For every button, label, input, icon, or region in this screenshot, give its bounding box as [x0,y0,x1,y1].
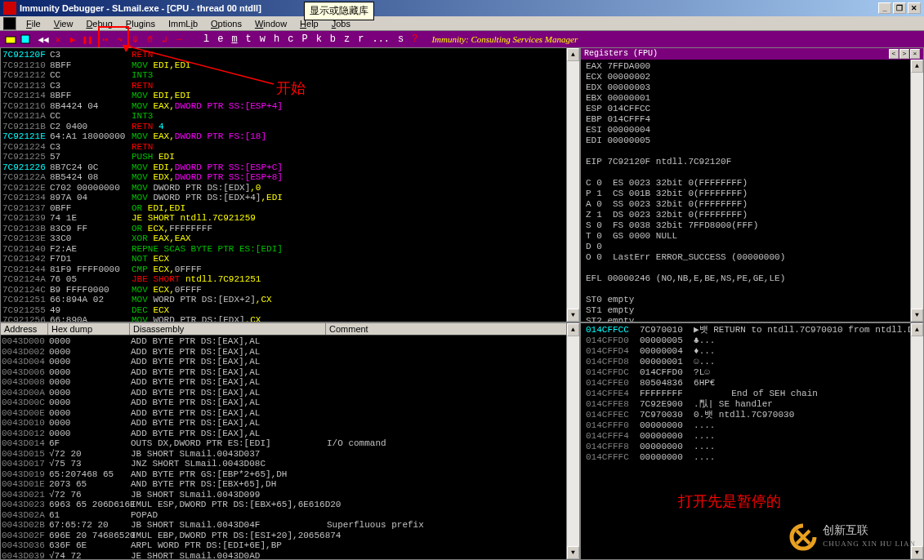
asm-row[interactable]: 7C9212370BFFOR EDI,EDI [2,203,578,214]
register-line[interactable]: EFL 00000246 (NO,NB,E,BE,NS,PE,GE,LE) [583,273,922,284]
dump-row[interactable]: 0043D02F696E 20 74686520IMUL EBP,DWORD P… [2,531,578,541]
dump-row[interactable]: 0043D02A61POPAD [2,510,578,521]
register-line[interactable]: A 0 SS 0023 32bit 0(FFFFFFFF) [583,199,922,210]
dump-row[interactable]: 0043D0040000ADD BYTE PTR DS:[EAX],AL [2,357,578,367]
asm-row[interactable]: 7C92121BC2 0400RETN 4 [2,122,578,132]
pause-icon[interactable]: ❚❚ [81,33,94,46]
dump-row[interactable]: 0043D00C0000ADD BYTE PTR DS:[EAX],AL [2,398,578,408]
goto-icon[interactable]: → [172,33,185,46]
register-line[interactable]: EIP 7C92120F ntdll.7C92120F [583,157,922,167]
trace-over-icon[interactable]: ⤊ [143,33,156,46]
col-disassembly[interactable]: Disassembly [130,323,326,335]
asm-row[interactable]: 7C92124481F9 FFFF0000CMP ECX,0FFFF [2,264,578,275]
toolbar-letter-c[interactable]: c [283,33,297,45]
stack-row[interactable]: 014CFFE8 7C92E900 .閄| SE handler [583,399,922,410]
toolbar-letter-t[interactable]: t [242,33,256,45]
dump-row[interactable]: 0043D01965:207468 65AND BYTE PTR GS:[EBP… [2,469,578,480]
stop-icon[interactable]: ✕ [51,33,65,46]
dump-row[interactable]: 0043D0000000ADD BYTE PTR DS:[EAX],AL [2,336,578,347]
toolbar-letter-z[interactable]: z [340,33,354,45]
stack-row[interactable]: 014CFFF4 00000000 .... [583,431,922,442]
tool-icon-2[interactable] [19,33,32,46]
scrollbar[interactable]: ▲▼ [566,323,579,559]
asm-row[interactable]: 7C92120FC3RETN [2,50,578,60]
asm-row[interactable]: 7C92124A76 05JBE SHORT ntdll.7C921251 [2,274,578,285]
register-line[interactable] [583,146,922,157]
toolbar-letter-b[interactable]: b [326,33,340,45]
toolbar-letter-e[interactable]: e [213,33,227,45]
asm-row[interactable]: 7C92122EC702 00000000MOV DWORD PTR DS:[E… [2,183,578,193]
asm-row[interactable]: 7C92124CB9 FFFF0000MOV ECX,0FFFF [2,285,578,296]
menu-options[interactable]: Options [204,17,248,30]
dump-row[interactable]: 0043D00E0000ADD BYTE PTR DS:[EAX],AL [2,408,578,419]
sys-icon[interactable] [3,17,16,30]
stack-row[interactable]: 014CFFD4 00000004 ♦... [583,346,922,357]
stack-row[interactable]: 014CFFEC 7C970030 0.뱃 ntdll.7C970030 [583,410,922,420]
dump-row[interactable]: 0043D0100000ADD BYTE PTR DS:[EAX],AL [2,418,578,429]
maximize-button[interactable]: ❐ [893,2,906,14]
toolbar-letter-l[interactable]: l [199,33,213,45]
register-line[interactable]: ESI 00000004 [583,125,922,136]
stack-row[interactable]: 014CFFCC 7C970010 ▶뱃 RETURN to ntdll.7C9… [583,325,922,336]
register-line[interactable]: EBP 014CFFF4 [583,114,922,125]
dump-pane[interactable]: Address Hex dump Disassembly Comment 004… [0,322,580,560]
stack-row[interactable]: 014CFFDC 014CFFD0 ?L☺ [583,367,922,378]
menu-immlib[interactable]: ImmLib [162,17,204,30]
register-line[interactable]: T 0 GS 0000 NULL [583,231,922,242]
col-comment[interactable]: Comment [326,323,579,335]
asm-row[interactable]: 7C92123E33C0XOR EAX,EAX [2,233,578,244]
pane-prev-icon[interactable]: < [889,49,899,59]
dump-row[interactable]: 0043D00A0000ADD BYTE PTR DS:[EAX],AL [2,388,578,398]
register-line[interactable] [583,167,922,178]
stack-row[interactable]: 014CFFE4 FFFFFFFF End of SEH chain [583,389,922,399]
toolbar-letter-...[interactable]: ... [368,33,394,45]
open-icon[interactable] [4,33,17,46]
stack-row[interactable]: 014CFFF0 00000000 .... [583,420,922,431]
register-line[interactable]: ECX 00000002 [583,72,922,82]
menu-window[interactable]: Window [248,17,293,30]
dump-row[interactable]: 0043D017√75 73JNZ SHORT SLmail.0043D08C [2,459,578,469]
pane-next-icon[interactable]: > [899,49,909,59]
asm-row[interactable]: 7C9212168B4424 04MOV EAX,DWORD PTR SS:[E… [2,101,578,112]
register-line[interactable]: ESP 014CFFCC [583,104,922,114]
register-line[interactable] [583,284,922,295]
dump-row[interactable]: 0043D0146FOUTS DX,DWORD PTR ES:[EDI]I/O … [2,438,578,449]
register-line[interactable]: EAX 7FFDA000 [583,61,922,72]
asm-row[interactable]: 7C921234897A 04MOV DWORD PTR DS:[EDX+4],… [2,193,578,203]
toolbar-letter-r[interactable]: r [354,33,368,45]
minimize-button[interactable]: _ [878,2,891,14]
dump-row[interactable]: 0043D036636F 6EARPL WORD PTR DS:[EDI+6E]… [2,540,578,551]
stack-row[interactable]: 014CFFD0 00000005 ♣... [583,336,922,346]
register-line[interactable]: S 0 FS 0038 32bit 7FFD8000(FFF) [583,220,922,231]
register-line[interactable]: O 0 LastErr ERROR_SUCCESS (00000000) [583,252,922,263]
register-line[interactable]: ST0 empty [583,295,922,305]
stack-row[interactable]: 014CFFE0 80504836 6HP€ [583,378,922,389]
col-address[interactable]: Address [1,323,48,335]
stack-row[interactable]: 014CFFF8 00000000 .... [583,442,922,452]
asm-row[interactable]: 7C921240F2:AEREPNE SCAS BYTE PTR ES:[EDI… [2,244,578,255]
asm-row[interactable]: 7C921224C3RETN [2,142,578,153]
scrollbar[interactable]: ▲▼ [910,60,923,322]
dump-row[interactable]: 0043D015√72 20JB SHORT SLmail.0043D037 [2,449,578,460]
toolbar-letter-m[interactable]: m [227,33,241,45]
register-line[interactable]: EBX 00000001 [583,93,922,104]
dump-row[interactable]: 0043D0236963 65 206D616EIMUL ESP,DWORD P… [2,500,578,510]
asm-row[interactable]: 7C92125549DEC ECX [2,305,578,316]
register-line[interactable]: ST1 empty [583,305,922,316]
pane-close-icon[interactable]: × [910,49,920,59]
exec-till-ret-icon[interactable]: ↲ [158,33,171,46]
asm-row[interactable]: 7C9212108BFFMOV EDI,EDI [2,60,578,71]
asm-row[interactable]: 7C92122A8B5424 08MOV EDX,DWORD PTR SS:[E… [2,172,578,183]
asm-row[interactable]: 7C92125166:894A 02MOV WORD PTR DS:[EDX+2… [2,295,578,305]
toolbar-letter-k[interactable]: k [312,33,326,45]
register-line[interactable]: ST2 empty [583,316,922,322]
asm-row[interactable]: 7C92125666:890AMOV WORD PTR DS:[EDX],CX [2,315,578,322]
dump-row[interactable]: 0043D02B67:65:72 20JB SHORT SLmail.0043D… [2,520,578,531]
register-line[interactable]: D 0 [583,242,922,252]
toolbar-letter-s[interactable]: s [394,33,408,45]
register-line[interactable]: EDI 00000005 [583,136,922,146]
dump-row[interactable]: 0043D021√72 76JB SHORT SLmail.0043D099 [2,490,578,500]
dump-row[interactable]: 0043D0080000ADD BYTE PTR DS:[EAX],AL [2,377,578,388]
register-line[interactable]: Z 1 DS 0023 32bit 0(FFFFFFFF) [583,210,922,220]
register-line[interactable] [583,263,922,273]
